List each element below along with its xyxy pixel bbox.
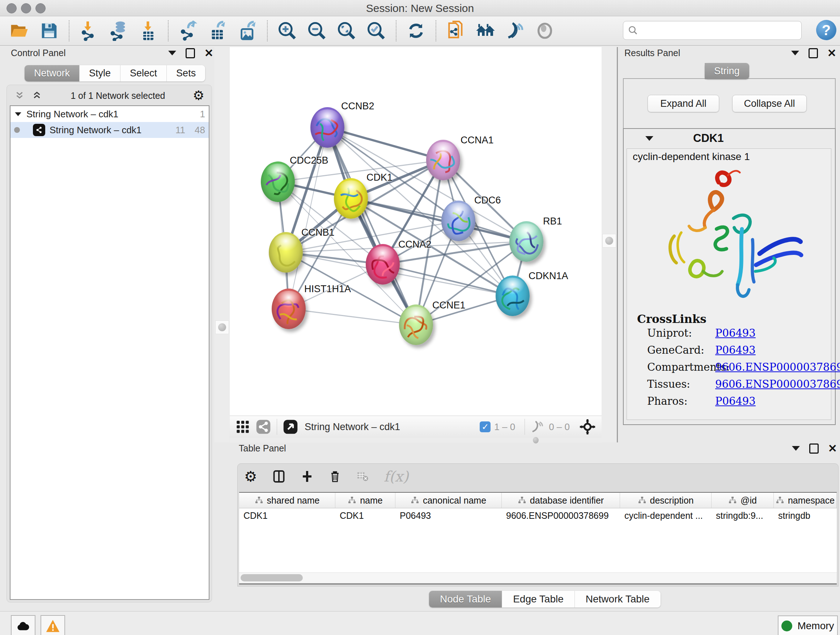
- panel-menu-icon[interactable]: [168, 51, 176, 55]
- tab-network[interactable]: Network: [25, 65, 80, 81]
- node-CDC6[interactable]: [441, 201, 475, 241]
- crosslink-genecard-link[interactable]: P06493: [715, 344, 756, 356]
- float-panel-icon[interactable]: [808, 48, 818, 58]
- tab-sets[interactable]: Sets: [167, 65, 205, 81]
- close-panel-icon[interactable]: ✕: [828, 445, 837, 452]
- node-CDKN1A[interactable]: [496, 276, 530, 316]
- tab-select[interactable]: Select: [120, 65, 167, 81]
- crosslink-uniprot-link[interactable]: P06493: [715, 327, 756, 339]
- selected-nodes-checkbox[interactable]: ✓: [480, 421, 491, 432]
- table-cell[interactable]: P06493: [395, 508, 502, 524]
- splitter-handle-dot[interactable]: [605, 237, 613, 245]
- export-image-button[interactable]: [237, 21, 257, 41]
- table-cell[interactable]: cyclin-dependent ...: [620, 508, 712, 524]
- node-HIST1H1A[interactable]: [272, 288, 306, 329]
- hide-panel-button[interactable]: [505, 21, 525, 41]
- close-panel-icon[interactable]: ✕: [204, 50, 213, 57]
- search-field[interactable]: [623, 21, 802, 40]
- open-in-window-icon[interactable]: [283, 419, 298, 434]
- left-splitter[interactable]: [214, 47, 229, 442]
- crosslink-pharos-link[interactable]: P06493: [715, 395, 756, 407]
- table-cell[interactable]: stringdb: [774, 508, 837, 524]
- tab-style[interactable]: Style: [80, 65, 120, 81]
- node-CCNA2[interactable]: [366, 244, 400, 285]
- scrollbar-thumb[interactable]: [240, 574, 303, 581]
- crosslink-tissues-link[interactable]: 9606.ENSP00000378699: [715, 378, 840, 390]
- show-columns-icon[interactable]: [272, 469, 286, 484]
- inspect-button[interactable]: [535, 21, 555, 41]
- home-button[interactable]: [475, 21, 496, 41]
- export-network-button[interactable]: [178, 21, 198, 41]
- table-cell[interactable]: CDK1: [335, 508, 395, 524]
- gene-section-header[interactable]: CDK1: [624, 129, 835, 148]
- delete-column-icon[interactable]: [329, 469, 341, 484]
- network-row[interactable]: String Network – cdk1 11 48: [11, 122, 209, 138]
- fit-content-icon[interactable]: [579, 418, 596, 435]
- collapse-all-button[interactable]: Collapse All: [732, 95, 807, 112]
- node-CCNE1[interactable]: [399, 304, 433, 345]
- edge-CCNB2-CCNE1[interactable]: [327, 127, 416, 325]
- right-splitter[interactable]: [602, 47, 618, 442]
- panel-menu-icon[interactable]: [792, 446, 800, 451]
- column-header-canonical-name[interactable]: canonical name: [395, 493, 502, 508]
- add-column-icon[interactable]: [301, 469, 314, 484]
- column-header-namespace[interactable]: namespace: [774, 493, 837, 508]
- splitter-handle-dot[interactable]: [218, 323, 226, 331]
- expand-all-icon[interactable]: [31, 90, 43, 101]
- zoom-out-button[interactable]: [307, 21, 327, 41]
- table-horizontal-scrollbar[interactable]: [239, 572, 837, 584]
- zoom-in-button[interactable]: [277, 21, 297, 41]
- float-panel-icon[interactable]: [186, 48, 195, 58]
- node-CCNB2[interactable]: [310, 107, 344, 148]
- section-collapse-icon[interactable]: [645, 136, 653, 141]
- refresh-button[interactable]: [406, 21, 426, 41]
- import-table-button[interactable]: [138, 21, 158, 41]
- zoom-selected-button[interactable]: [366, 21, 386, 41]
- warnings-button[interactable]: [41, 615, 65, 635]
- node-CCNA1[interactable]: [426, 140, 460, 180]
- share-document-button[interactable]: [446, 21, 466, 41]
- node-RB1[interactable]: [509, 221, 543, 262]
- crosslink-compartments-link[interactable]: 9606.ENSP00000378699: [715, 361, 840, 373]
- collapse-all-icon[interactable]: [13, 90, 26, 101]
- tab-network-table[interactable]: Network Table: [575, 591, 660, 608]
- help-button[interactable]: ?: [816, 20, 836, 40]
- float-panel-icon[interactable]: [809, 443, 819, 454]
- tab-node-table[interactable]: Node Table: [429, 591, 502, 608]
- table-cell[interactable]: 9606.ENSP00000378699: [502, 508, 620, 524]
- column-header-id[interactable]: @id: [712, 493, 774, 508]
- panel-menu-icon[interactable]: [791, 51, 799, 55]
- column-header-database-identifier[interactable]: database identifier: [502, 493, 620, 508]
- expand-all-button[interactable]: Expand All: [647, 95, 719, 112]
- memory-button[interactable]: Memory: [778, 616, 838, 635]
- close-panel-icon[interactable]: ✕: [827, 50, 836, 57]
- node-CDC25B[interactable]: [261, 162, 295, 202]
- node-CDK1[interactable]: [334, 178, 368, 219]
- column-header-description[interactable]: description: [620, 493, 712, 508]
- save-session-button[interactable]: [39, 21, 59, 41]
- cloud-button[interactable]: [11, 615, 35, 635]
- horizontal-splitter[interactable]: [230, 438, 602, 443]
- grid-view-icon[interactable]: [235, 420, 250, 434]
- search-input[interactable]: [638, 23, 801, 38]
- edge-HIST1H1A-CCNE1[interactable]: [289, 309, 416, 325]
- network-share-icon[interactable]: [256, 419, 271, 434]
- zoom-fit-button[interactable]: [336, 21, 357, 41]
- column-header-shared-name[interactable]: shared name: [239, 493, 335, 508]
- import-database-button[interactable]: [109, 21, 129, 41]
- collection-expand-icon[interactable]: [15, 112, 21, 116]
- node-CCNB1[interactable]: [269, 232, 303, 272]
- table-options-gear-icon[interactable]: ⚙: [244, 470, 257, 483]
- open-session-button[interactable]: [9, 21, 30, 41]
- tab-edge-table[interactable]: Edge Table: [502, 591, 575, 608]
- export-table-button[interactable]: [208, 21, 228, 41]
- tab-string[interactable]: String: [705, 63, 749, 79]
- network-collection-row[interactable]: String Network – cdk1 1: [11, 106, 209, 122]
- table-cell[interactable]: CDK1: [239, 508, 335, 524]
- network-canvas[interactable]: CCNB2CCNA1CDC25BCDK1CDC6RB1CCNB1CCNA2CDK…: [230, 47, 602, 416]
- table-row[interactable]: CDK1CDK1P064939606.ENSP00000378699cyclin…: [239, 508, 837, 524]
- column-header-name[interactable]: name: [335, 493, 395, 508]
- network-options-gear-icon[interactable]: ⚙: [193, 89, 204, 102]
- import-network-button[interactable]: [79, 21, 99, 41]
- table-cell[interactable]: stringdb:9...: [712, 508, 774, 524]
